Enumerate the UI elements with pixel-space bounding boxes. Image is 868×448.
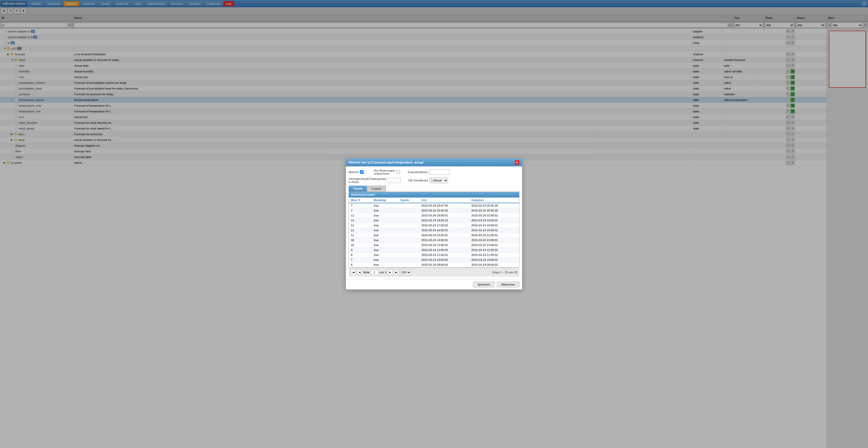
seite-label: Seite <box>363 271 370 274</box>
save-button[interactable]: Speichern <box>473 282 495 287</box>
th-quelle[interactable]: Quelle <box>398 197 420 203</box>
hist-table-row: 7true2015-03-24 20:45:262015-03-24 20:45… <box>349 208 519 213</box>
hist-table-row: 11true2015-03-24 16:00:012015-03-24 15:0… <box>349 228 519 233</box>
von-label: von <box>379 271 384 274</box>
hist-cell-zeit: 2015-03-24 17:00:02 <box>420 223 469 228</box>
total-pages: 1 <box>385 271 387 274</box>
page-next-btn[interactable]: ▶ <box>388 270 393 275</box>
field-nur-aenderungen: Nur Änderungenaufzeichnen <box>374 169 400 175</box>
hist-cell-geaendert: 2015-03-24 15:00:01 <box>469 218 519 223</box>
hist-cell-quelle <box>398 228 420 233</box>
hist-cell-bestaetigt: true <box>372 243 398 248</box>
hist-cell-bestaetigt: true <box>372 213 398 218</box>
field-entprellzeit: Entprellzeit(ms) 10000 <box>408 169 450 175</box>
modal-close-button[interactable]: ✕ <box>515 160 520 165</box>
hist-cell-bestaetigt: true <box>372 208 398 213</box>
hist-cell-quelle <box>398 233 420 238</box>
page-first-btn[interactable]: |◀ <box>351 270 356 275</box>
hist-cell-zeit: 2015-03-24 18:00:10 <box>420 218 469 223</box>
per-page-select[interactable]: 100 50 25 <box>400 269 411 275</box>
hist-cell-bestaetigt: true <box>372 228 398 233</box>
hist-table-row: 10true2015-03-24 14:00:012015-03-24 13:0… <box>349 238 519 243</box>
page-last-btn[interactable]: ▶| <box>394 270 399 275</box>
min-datenpunkte-input[interactable]: 480 <box>388 178 401 183</box>
hist-cell-wert: 11 <box>349 228 372 233</box>
modal-title: Historie von yr.0.forecast.day0.temperat… <box>348 161 423 164</box>
hist-table-row: 11true2015-03-24 17:00:022015-03-24 15:0… <box>349 223 519 228</box>
tab-tabelle[interactable]: Tabelle <box>348 186 367 192</box>
hist-cell-quelle <box>398 262 420 267</box>
db-vorhaltezeit-select[interactable]: 1 Monat 3 Monate 6 Monate 1 Jahr <box>429 178 448 183</box>
hist-cell-quelle <box>398 218 420 223</box>
hist-cell-zeit: 2015-03-24 19:00:01 <box>420 213 469 218</box>
page-info: Zeige 1 – 25 von 25 <box>492 271 517 274</box>
hist-cell-geaendert: 2015-03-24 15:00:01 <box>469 223 519 228</box>
hist-cell-zeit: 2015-03-24 12:00:02 <box>420 248 469 253</box>
min-datenpunkte-label: minimale Anzahl Datenpunktein Redis <box>348 177 386 184</box>
hist-cell-quelle <box>398 243 420 248</box>
hist-cell-zeit: 2015-03-24 13:00:01 <box>420 243 469 248</box>
th-bestaetigt[interactable]: Bestätigt <box>372 197 398 203</box>
modal-overlay[interactable]: Historie von yr.0.forecast.day0.temperat… <box>0 0 868 448</box>
th-wert[interactable]: Wert ▼ <box>349 197 372 203</box>
modal-table-wrap: Historische Daten Wert ▼ Bestätigt Quell… <box>348 192 520 267</box>
hist-cell-geaendert: 2015-03-24 15:00:01 <box>469 228 519 233</box>
hist-cell-quelle <box>398 213 420 218</box>
hist-cell-geaendert: 2015-03-24 11:00:01 <box>469 253 519 257</box>
page-prev-btn[interactable]: ◀ <box>357 270 362 275</box>
hist-cell-geaendert: 2015-03-24 09:00:02 <box>469 262 519 267</box>
aktiviert-checkbox[interactable] <box>360 170 364 174</box>
hist-cell-geaendert: 2015-03-24 12:00:02 <box>469 248 519 253</box>
hist-cell-quelle <box>398 203 420 208</box>
hist-cell-quelle <box>398 238 420 243</box>
hist-cell-zeit: 2015-03-24 14:00:01 <box>420 238 469 243</box>
hist-cell-bestaetigt: true <box>372 257 398 262</box>
cancel-button[interactable]: Abbrechen <box>497 282 520 287</box>
hist-cell-wert: 7 <box>349 257 372 262</box>
tab-graphik[interactable]: Graphik <box>367 186 386 192</box>
hist-cell-zeit: 2015-03-24 11:00:01 <box>420 253 469 257</box>
hist-section-label: Historische Daten <box>349 192 519 197</box>
modal-fields: Aktiviert Nur Änderungenaufzeichnen Entp… <box>348 169 520 175</box>
pagination-bar: |◀ ◀ Seite von 1 ▶ ▶| 100 50 25 Zeige 1 … <box>348 267 520 277</box>
th-zeit[interactable]: Zeit <box>420 197 469 203</box>
hist-cell-wert: 10 <box>349 243 372 248</box>
hist-cell-zeit: 2015-03-24 20:47:30 <box>420 203 469 208</box>
th-geaendert[interactable]: Geändert <box>469 197 519 203</box>
hist-cell-geaendert: 2015-03-24 13:00:01 <box>469 243 519 248</box>
hist-table-row: 7true2015-03-24 10:00:022015-03-24 10:00… <box>349 257 519 262</box>
hist-cell-wert: 11 <box>349 213 372 218</box>
hist-cell-quelle <box>398 208 420 213</box>
modal-body: Aktiviert Nur Änderungenaufzeichnen Entp… <box>346 166 522 279</box>
hist-cell-geaendert: 2015-03-24 15:00:01 <box>469 213 519 218</box>
hist-table-row: 6true2015-03-24 09:00:022015-03-24 09:00… <box>349 262 519 267</box>
entprellzeit-input[interactable]: 10000 <box>429 169 450 175</box>
page-input[interactable] <box>371 270 378 275</box>
hist-cell-bestaetigt: true <box>372 238 398 243</box>
hist-cell-wert: 8 <box>349 253 372 257</box>
modal-fields-2: minimale Anzahl Datenpunktein Redis 480 … <box>348 177 520 184</box>
hist-cell-wert: 7 <box>349 208 372 213</box>
hist-table-row: 11true2015-03-24 15:00:012015-03-24 15:0… <box>349 233 519 238</box>
hist-cell-bestaetigt: true <box>372 203 398 208</box>
hist-cell-zeit: 2015-03-24 15:00:01 <box>420 233 469 238</box>
hist-cell-wert: 11 <box>349 223 372 228</box>
hist-cell-geaendert: 2015-03-24 13:00:01 <box>469 238 519 243</box>
hist-cell-bestaetigt: true <box>372 248 398 253</box>
hist-table-row: 8true2015-03-24 11:00:012015-03-24 11:00… <box>349 253 519 257</box>
hist-cell-quelle <box>398 253 420 257</box>
hist-cell-bestaetigt: true <box>372 233 398 238</box>
hist-cell-quelle <box>398 223 420 228</box>
field-db-vorhaltezeit: DB Vorhaltezeit 1 Monat 3 Monate 6 Monat… <box>408 178 448 183</box>
hist-cell-zeit: 2015-03-24 09:00:02 <box>420 262 469 267</box>
hist-cell-wert: 10 <box>349 238 372 243</box>
hist-cell-quelle <box>398 257 420 262</box>
nur-aenderungen-checkbox[interactable] <box>396 170 400 174</box>
modal-tabs: Tabelle Graphik <box>348 186 520 192</box>
field-min-datenpunkte: minimale Anzahl Datenpunktein Redis 480 <box>348 177 401 184</box>
hist-table-row: 10true2015-03-24 13:00:012015-03-24 13:0… <box>349 243 519 248</box>
field-aktiviert: Aktiviert <box>348 170 364 174</box>
db-vorhaltezeit-label: DB Vorhaltezeit <box>408 179 428 182</box>
history-modal: Historie von yr.0.forecast.day0.temperat… <box>346 158 522 290</box>
hist-cell-zeit: 2015-03-24 20:45:26 <box>420 208 469 213</box>
